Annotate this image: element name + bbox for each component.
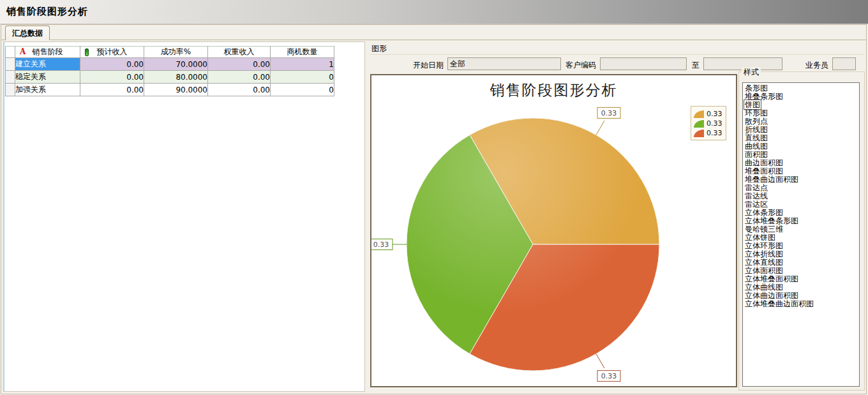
chart-panel: 0.330.330.33 销售阶段图形分析 0.330.330.33 <box>370 74 737 387</box>
style-list-item[interactable]: 堆叠条形图 <box>744 93 859 101</box>
summary-grid-body: 建立关系0.0070.00000.001稳定关系0.0080.00000.000… <box>6 58 334 96</box>
table-row[interactable]: 建立关系0.0070.00000.001 <box>6 58 334 71</box>
style-group-label: 样式 <box>742 67 761 78</box>
legend-pie-marker-icon <box>694 110 704 118</box>
column-header-weighted-income[interactable]: 权重收入 <box>208 47 271 58</box>
cell-stage[interactable]: 稳定关系 <box>15 71 80 84</box>
row-indicator[interactable] <box>6 71 15 84</box>
legend-value: 0.33 <box>707 110 722 118</box>
slice-label: 0.33 <box>371 239 407 250</box>
column-header-success-rate[interactable]: 成功率% <box>144 47 208 58</box>
svg-text:0.33: 0.33 <box>601 372 617 380</box>
legend-item: 0.33 <box>694 119 724 128</box>
pie-chart: 0.330.330.33 <box>371 75 736 386</box>
legend-value: 0.33 <box>707 129 722 137</box>
chart-legend: 0.330.330.33 <box>691 106 726 140</box>
red-letter-A-icon: A <box>20 47 26 56</box>
cell-count[interactable]: 0 <box>271 71 334 84</box>
legend-item: 0.33 <box>694 110 724 118</box>
customer-code-input[interactable] <box>600 57 687 70</box>
legend-pie-marker-icon <box>694 120 704 128</box>
column-header-expected-income[interactable]: 预计收入 <box>80 47 144 58</box>
cell-expected[interactable]: 0.00 <box>80 71 144 84</box>
grid-header-row: A 销售阶段 预计收入 成功率% 权重收入 商机数量 <box>6 47 334 58</box>
cell-success[interactable]: 90.0000 <box>144 84 208 96</box>
row-indicator[interactable] <box>6 84 15 96</box>
legend-pie-marker-icon <box>694 130 704 137</box>
slice-label: 0.33 <box>596 107 620 135</box>
row-indicator[interactable] <box>6 58 15 71</box>
slice-label: 0.33 <box>596 354 620 381</box>
legend-item: 0.33 <box>694 129 724 137</box>
start-date-input[interactable] <box>447 57 561 70</box>
window-title: 销售阶段图形分析 <box>0 6 88 18</box>
table-row[interactable]: 加强关系0.0090.00000.000 <box>6 84 334 96</box>
start-date-label: 开始日期 <box>381 60 444 71</box>
graph-group-separator <box>369 54 864 55</box>
cell-weighted[interactable]: 0.00 <box>208 84 271 96</box>
cell-count[interactable]: 1 <box>271 58 334 71</box>
summary-grid: A 销售阶段 预计收入 成功率% 权重收入 商机数量 <box>5 46 334 96</box>
to-label: 至 <box>691 60 700 71</box>
green-bar-icon <box>85 48 89 56</box>
cell-stage[interactable]: 加强关系 <box>15 84 80 96</box>
salesman-input[interactable] <box>832 57 856 70</box>
sales-stage-analysis-window: 销售阶段图形分析 汇总数据 A 销售阶段 预计收入 <box>0 0 868 395</box>
style-group: 样式 条形图堆叠条形图饼图环形图散列点折线图直线图曲线图面积图曲边面积图堆叠面积… <box>738 71 865 391</box>
tabstrip-divider <box>1 40 867 40</box>
legend-value: 0.33 <box>707 119 722 128</box>
style-list-item[interactable]: 立体堆叠曲边面积图 <box>744 300 859 308</box>
cell-success[interactable]: 70.0000 <box>144 58 208 71</box>
column-header-opportunity-count[interactable]: 商机数量 <box>271 47 334 58</box>
salesman-label: 业务员 <box>799 60 828 71</box>
cell-stage[interactable]: 建立关系 <box>15 58 80 71</box>
cell-expected[interactable]: 0.00 <box>80 84 144 96</box>
customer-code-label: 客户编码 <box>563 60 596 71</box>
chart-title: 销售阶段图形分析 <box>371 80 736 100</box>
cell-expected[interactable]: 0.00 <box>80 58 144 71</box>
cell-success[interactable]: 80.0000 <box>144 71 208 84</box>
style-list[interactable]: 条形图堆叠条形图饼图环形图散列点折线图直线图曲线图面积图曲边面积图堆叠面积图堆叠… <box>742 82 860 387</box>
graph-group-label: 图形 <box>371 43 387 54</box>
cell-weighted[interactable]: 0.00 <box>208 58 271 71</box>
column-header-stage[interactable]: A 销售阶段 <box>15 47 80 58</box>
cell-weighted[interactable]: 0.00 <box>208 71 271 84</box>
tab-summary-data[interactable]: 汇总数据 <box>5 26 50 40</box>
svg-text:0.33: 0.33 <box>601 109 617 117</box>
table-row[interactable]: 稳定关系0.0080.00000.000 <box>6 71 334 84</box>
row-indicator-header <box>6 47 15 58</box>
cell-count[interactable]: 0 <box>271 84 334 96</box>
svg-text:0.33: 0.33 <box>373 241 389 249</box>
window-titlebar: 销售阶段图形分析 <box>0 0 868 24</box>
summary-table-panel: A 销售阶段 预计收入 成功率% 权重收入 商机数量 <box>3 41 365 392</box>
